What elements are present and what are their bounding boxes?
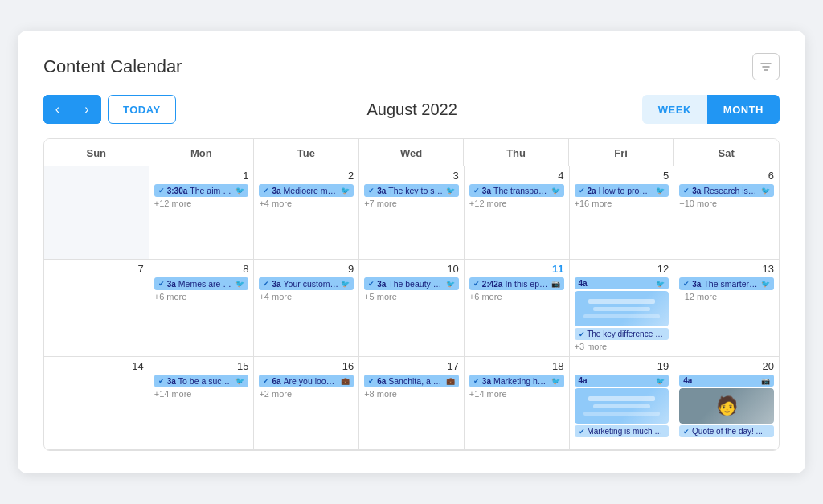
calendar-cell[interactable]: 10✔3aThe beauty of social ...🐦+5 more [359,260,464,356]
event-item[interactable]: ✔3aResearch is the found...🐦 [679,184,774,197]
day-number: 7 [49,263,144,275]
more-events-link[interactable]: +8 more [364,389,459,399]
more-events-link[interactable]: +16 more [575,199,669,208]
event-below-text: ✔ Quote of the day! ... [679,425,774,437]
page-title: Content Calendar [43,56,182,77]
more-events-link[interactable]: +6 more [154,292,249,301]
more-events-link[interactable]: +5 more [364,292,459,301]
day-number: 2 [259,170,354,182]
toolbar: ‹ › TODAY August 2022 WEEK MONTH [43,95,780,124]
day-number: 12 [575,263,669,275]
more-events-link[interactable]: +14 more [154,389,249,399]
day-number: 19 [575,360,669,372]
calendar-cell[interactable]: 13✔3aThe smarter you are a...🐦+12 more [674,260,779,356]
more-events-link[interactable]: +14 more [469,389,564,399]
more-events-link[interactable]: +12 more [154,199,249,208]
more-events-link[interactable]: +6 more [469,292,564,301]
event-item[interactable]: ✔2aHow to promote your...🐦 [575,184,669,197]
content-calendar-card: Content Calendar ‹ › TODAY August 2022 W… [18,31,805,473]
more-events-link[interactable]: +3 more [575,342,669,351]
filter-button[interactable] [752,53,780,80]
event-below-text: ✔ The key difference bet... [575,328,669,340]
event-item[interactable]: 4a🐦 [575,277,669,289]
day-number: 18 [469,360,564,372]
event-item[interactable]: ✔3aMediocre marketers s...🐦 [259,184,354,197]
more-events-link[interactable]: +10 more [679,199,774,208]
day-number: 17 [364,360,459,372]
calendar-cell[interactable]: 6✔3aResearch is the found...🐦+10 more [674,166,779,259]
nav-buttons: ‹ › [43,95,101,124]
today-button[interactable]: TODAY [108,95,176,124]
event-item[interactable]: ✔6aSanchita, a young prof...💼 [364,375,459,387]
event-image [575,291,669,326]
calendar-cell[interactable]: 204a📷🧑✔ Quote of the day! ... [674,357,779,449]
event-item[interactable]: ✔3:30aThe aim of marketing l...🐦 [154,184,249,197]
day-number: 5 [575,170,669,182]
day-number: 13 [679,263,774,275]
more-events-link[interactable]: +4 more [259,292,354,301]
event-item[interactable]: ✔3aMarketing has always ...🐦 [469,375,564,387]
calendar-cell[interactable] [44,166,149,259]
calendar-cell[interactable]: 17✔6aSanchita, a young prof...💼+8 more [359,357,464,449]
event-item[interactable]: ✔3aMemes are an excelle...🐦 [154,277,249,290]
calendar-cell[interactable]: 194a🐦 ✔ Marketing is much mo... [570,357,674,449]
day-number: 15 [154,360,249,372]
more-events-link[interactable]: +4 more [259,199,354,208]
calendar-body: 1✔3:30aThe aim of marketing l...🐦+12 mor… [44,166,779,450]
calendar-cell[interactable]: 15✔3aTo be a successful sto...🐦+14 more [149,357,254,449]
next-button[interactable]: › [72,95,101,124]
more-events-link[interactable]: +12 more [679,292,774,301]
event-item[interactable]: ✔6aAre you looking to sta...💼 [259,375,354,387]
more-events-link[interactable]: +2 more [259,389,354,399]
more-events-link[interactable]: +12 more [469,199,564,208]
calendar-cell[interactable]: 1✔3:30aThe aim of marketing l...🐦+12 mor… [149,166,254,259]
prev-button[interactable]: ‹ [43,95,72,124]
calendar-cell[interactable]: 11✔2:42aIn this episode of the ...📷+6 mo… [465,260,569,356]
event-item[interactable]: ✔2:42aIn this episode of the ...📷 [469,277,564,290]
calendar-cell[interactable]: 9✔3aYour customer experi...🐦+4 more [254,260,358,356]
calendar-cell[interactable]: 16✔6aAre you looking to sta...💼+2 more [254,357,358,449]
day-number: 4 [469,170,564,182]
header-thu: Thu [464,139,569,166]
more-events-link[interactable]: +7 more [364,199,459,208]
day-number: 6 [679,170,774,182]
day-number: 8 [154,263,249,275]
event-below-text: ✔ Marketing is much mo... [575,425,669,437]
event-item[interactable]: ✔3aThe key to success in ...🐦 [364,184,459,197]
header-sun: Sun [44,139,149,166]
month-label: August 2022 [182,100,642,119]
event-item[interactable]: ✔3aThe smarter you are a...🐦 [679,277,774,290]
calendar-grid: Sun Mon Tue Wed Thu Fri Sat 1✔3:30aThe a… [43,138,780,451]
week-view-button[interactable]: WEEK [642,95,707,124]
calendar-cell[interactable]: 7 [44,260,149,356]
calendar-cell[interactable]: 2✔3aMediocre marketers s...🐦+4 more [254,166,358,259]
event-item[interactable]: ✔3aThe beauty of social ...🐦 [364,277,459,290]
header-tue: Tue [254,139,359,166]
calendar-cell[interactable]: 5✔2aHow to promote your...🐦+16 more [570,166,674,259]
header-wed: Wed [359,139,465,166]
event-image-person: 🧑 [679,388,774,424]
calendar-header: Sun Mon Tue Wed Thu Fri Sat [44,139,779,166]
event-item[interactable]: 4a📷 [679,375,774,387]
day-number: 20 [679,360,774,372]
calendar-cell[interactable]: 14 [44,357,149,449]
header-fri: Fri [569,139,674,166]
event-item[interactable]: ✔3aThe transparency that...🐦 [469,184,564,197]
month-view-button[interactable]: MONTH [707,95,780,124]
calendar-cell[interactable]: 124a🐦 ✔ The key difference bet...+3 more [570,260,674,356]
header-mon: Mon [149,139,255,166]
day-number: 10 [364,263,459,275]
event-item[interactable]: ✔3aTo be a successful sto...🐦 [154,375,249,387]
day-number: 9 [259,263,354,275]
event-image [575,388,669,424]
day-number: 1 [154,170,249,182]
calendar-cell[interactable]: 3✔3aThe key to success in ...🐦+7 more [359,166,464,259]
calendar-cell[interactable]: 4✔3aThe transparency that...🐦+12 more [465,166,569,259]
card-header: Content Calendar [43,53,780,80]
event-item[interactable]: ✔3aYour customer experi...🐦 [259,277,354,290]
calendar-cell[interactable]: 18✔3aMarketing has always ...🐦+14 more [465,357,569,449]
header-sat: Sat [674,139,779,166]
event-item[interactable]: 4a🐦 [575,375,669,387]
calendar-cell[interactable]: 8✔3aMemes are an excelle...🐦+6 more [149,260,254,356]
day-number: 16 [259,360,354,372]
